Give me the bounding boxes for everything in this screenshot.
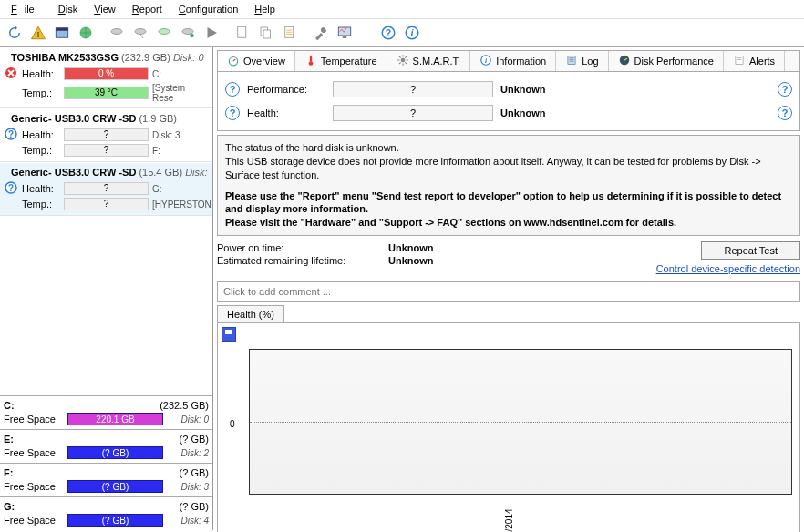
question-icon[interactable]: ? [225, 82, 240, 97]
row-drive: F: [152, 146, 209, 156]
menu-file[interactable]: File [4, 2, 49, 16]
lifetime-label: Estimated remaining lifetime: [217, 254, 381, 267]
tab-label: Temperature [321, 56, 377, 66]
svg-text:?: ? [386, 27, 391, 38]
globe-icon[interactable] [75, 22, 97, 44]
status-message: The status of the hard disk is unknown. … [217, 135, 800, 236]
menu-view[interactable]: View [87, 2, 123, 16]
drive-diskno: Disk: 0 [167, 414, 209, 425]
svg-rect-11 [263, 30, 271, 38]
row-bar: ? [64, 182, 149, 195]
menu-help[interactable]: Help [247, 2, 283, 16]
tab-label: Log [582, 56, 598, 66]
svg-point-4 [111, 29, 122, 35]
disk-item[interactable]: TOSHIBA MK2533GSG (232.9 GB) Disk: 0Heal… [0, 47, 212, 108]
question-icon[interactable]: ? [225, 106, 240, 120]
drive-letter: G: [4, 501, 15, 512]
row-drive: C: [152, 69, 209, 79]
disk-item[interactable]: Generic- USB3.0 CRW -SD (15.4 GB) Disk:?… [0, 162, 212, 216]
tab-diskperf[interactable]: Disk Performance [609, 51, 724, 71]
svg-text:?: ? [8, 183, 14, 193]
repeat-test-button[interactable]: Repeat Test [701, 241, 800, 260]
tab-smart[interactable]: S.M.A.R.T. [387, 51, 471, 71]
performance-bar: ? [333, 81, 493, 97]
save-icon[interactable] [222, 327, 236, 342]
chart-tab-health[interactable]: Health (%) [217, 305, 284, 322]
panel-icon[interactable] [51, 22, 73, 44]
svg-rect-25 [310, 56, 312, 62]
menu-configuration[interactable]: Configuration [171, 2, 245, 16]
tab-temperature[interactable]: Temperature [295, 51, 387, 71]
drive-item[interactable]: F:(? GB) Free Space(? GB)Disk: 3 [0, 463, 212, 496]
row-drive: [HYPERSTON [152, 200, 209, 210]
question-icon[interactable]: ? [778, 106, 792, 120]
svg-text:!: ! [37, 30, 40, 39]
svg-point-8 [190, 34, 194, 38]
free-label: Free Space [4, 447, 64, 458]
lifetime-value: Unknown [388, 254, 434, 267]
question-icon[interactable]: ? [778, 82, 792, 97]
free-bar: (? GB) [67, 514, 163, 527]
play-icon[interactable] [201, 22, 222, 44]
menu-disk[interactable]: Disk [51, 2, 85, 16]
disk-item[interactable]: Generic- USB3.0 CRW -SD (1.9 GB) ?Health… [0, 108, 212, 162]
row-label: Temp.: [22, 145, 60, 156]
row-bar: 39 °C [64, 87, 149, 99]
drive-capacity: (? GB) [180, 467, 209, 478]
menu-bar: File Disk View Report Configuration Help [0, 0, 804, 19]
doc-icon[interactable] [232, 22, 253, 44]
svg-point-7 [182, 29, 193, 35]
status-icon: ? [4, 181, 18, 196]
row-bar: ? [64, 144, 149, 157]
power-on-label: Power on time: [217, 241, 381, 254]
info-icon[interactable]: i [401, 22, 423, 44]
overview-content: ? Performance: ? Unknown ? ? Health: ? U… [217, 71, 800, 131]
chart-x-tick: 13/09/2014 [504, 509, 514, 532]
test1-icon[interactable] [106, 22, 128, 44]
row-label: Health: [22, 129, 60, 140]
row-label: Temp.: [22, 87, 60, 98]
performance-label: Performance: [247, 84, 325, 95]
monitor-icon[interactable] [334, 22, 356, 44]
free-bar: (? GB) [67, 480, 163, 493]
drive-letter: F: [4, 467, 13, 478]
gear-icon [397, 54, 409, 68]
warning-icon[interactable]: ! [27, 22, 49, 44]
refresh-icon[interactable] [4, 22, 26, 44]
power-on-value: Unknown [388, 241, 434, 254]
performance-status: Unknown [500, 84, 582, 95]
health-chart: 0 [249, 349, 792, 495]
status-line: This USB storage device does not provide… [225, 155, 792, 182]
tab-log[interactable]: Log [556, 51, 608, 71]
tab-overview[interactable]: Overview [218, 51, 295, 72]
drive-item[interactable]: E:(? GB) Free Space(? GB)Disk: 2 [0, 429, 212, 463]
drive-item[interactable]: G:(? GB) Free Space(? GB)Disk: 4 [0, 496, 212, 530]
svg-rect-32 [736, 56, 743, 64]
drive-letter: E: [4, 434, 14, 445]
doc2-icon[interactable] [279, 22, 301, 44]
control-detection-link[interactable]: Control device-specific detection [656, 263, 800, 274]
free-bar: 220.1 GB [67, 413, 163, 425]
tab-information[interactable]: iInformation [470, 51, 556, 71]
details-panel: OverviewTemperatureS.M.A.R.T.iInformatio… [213, 47, 804, 530]
svg-point-5 [135, 29, 146, 35]
svg-rect-30 [568, 56, 575, 64]
copy-icon[interactable] [255, 22, 277, 44]
comment-input[interactable] [217, 281, 800, 302]
disk-title: Generic- USB3.0 CRW -SD (15.4 GB) Disk: [4, 165, 209, 180]
row-bar: ? [64, 198, 149, 210]
test3-icon[interactable] [153, 22, 175, 44]
tools-icon[interactable] [310, 22, 332, 44]
tab-alerts[interactable]: Alerts [724, 51, 785, 71]
drive-item[interactable]: C:(232.5 GB) Free Space220.1 GBDisk: 0 [0, 395, 212, 429]
menu-report[interactable]: Report [125, 2, 170, 16]
status-line: Please visit the "Hardware" and "Support… [225, 216, 792, 230]
test2-icon[interactable] [129, 22, 151, 44]
gauge-icon [227, 54, 240, 68]
log-icon [565, 54, 578, 68]
health-label: Health: [247, 107, 325, 118]
test4-icon[interactable] [177, 22, 199, 44]
free-bar: (? GB) [67, 446, 163, 459]
free-label: Free Space [4, 481, 64, 492]
help-icon[interactable]: ? [377, 22, 399, 44]
